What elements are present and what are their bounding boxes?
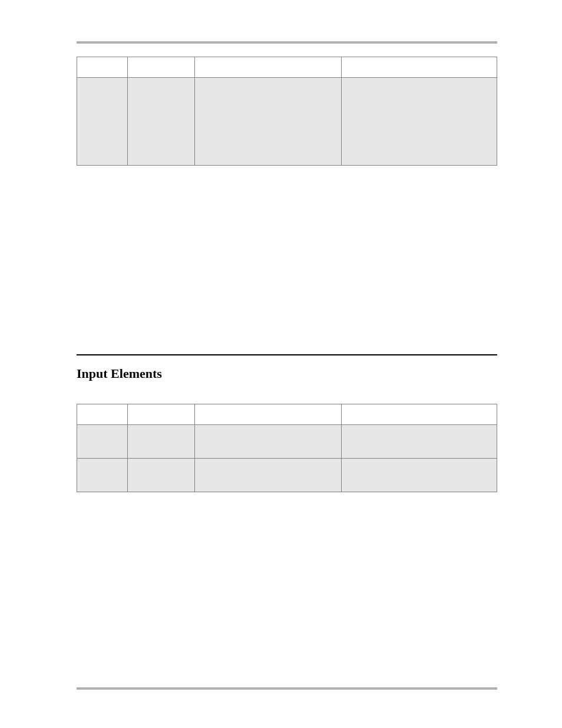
table-2-h0 xyxy=(77,404,128,425)
table-1-h0 xyxy=(77,57,128,78)
t2r1c3 xyxy=(342,459,497,492)
table-2-row-1 xyxy=(77,459,497,492)
top-rule xyxy=(77,41,497,44)
t2r0c1 xyxy=(127,425,194,459)
table-2-row-0 xyxy=(77,425,497,459)
section-title: Input Elements xyxy=(77,366,497,381)
t2r0c3 xyxy=(342,425,497,459)
table-1-c1 xyxy=(127,78,194,166)
table-1 xyxy=(77,57,497,166)
table-1-c0 xyxy=(77,78,128,166)
table-1-c2 xyxy=(194,78,342,166)
table-1-h2 xyxy=(194,57,342,78)
table-2-h3 xyxy=(342,404,497,425)
table-1-h3 xyxy=(342,57,497,78)
t2r0c2 xyxy=(194,425,342,459)
table-2-h1 xyxy=(127,404,194,425)
table-2-h2 xyxy=(194,404,342,425)
t2r1c2 xyxy=(194,459,342,492)
t2r1c1 xyxy=(127,459,194,492)
section-rule xyxy=(77,354,497,355)
table-2 xyxy=(77,404,497,492)
table-2-header-row xyxy=(77,404,497,425)
t2r0c0 xyxy=(77,425,128,459)
table-1-header-row xyxy=(77,57,497,78)
table-1-c3 xyxy=(342,78,497,166)
table-1-h1 xyxy=(127,57,194,78)
t2r1c0 xyxy=(77,459,128,492)
table-1-row-0 xyxy=(77,78,497,166)
empty-spacer xyxy=(77,195,497,354)
footer-rule xyxy=(77,687,497,690)
